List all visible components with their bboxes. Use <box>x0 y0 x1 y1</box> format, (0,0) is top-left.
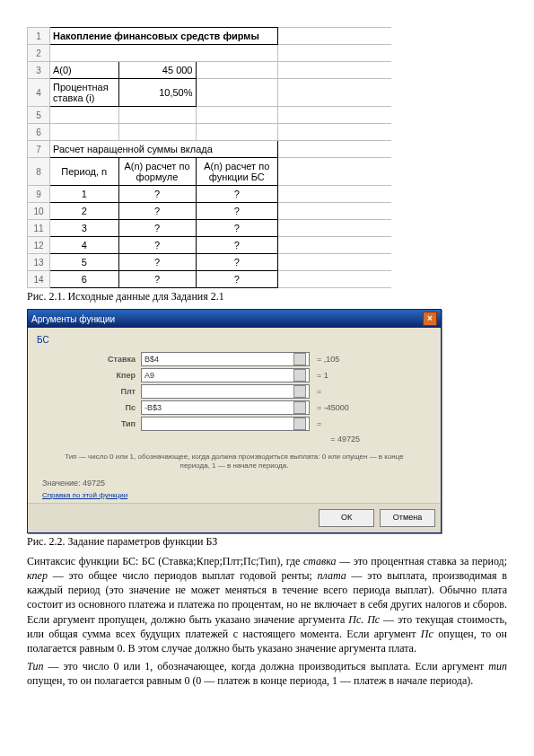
arg-row: Тип= <box>37 417 432 431</box>
range-picker-icon[interactable] <box>293 401 306 414</box>
rate-label: Процентная ставка (i) <box>50 79 119 107</box>
body-paragraph-2: Тип — это число 0 или 1, обозначающее, к… <box>27 659 507 688</box>
dialog-titlebar: Аргументы функции × <box>28 310 441 328</box>
cell-period: 4 <box>50 237 119 254</box>
cell-period: 5 <box>50 254 119 271</box>
cell-bs: ? <box>196 220 278 237</box>
row-number: 12 <box>28 237 50 254</box>
arg-label: Плт <box>37 387 141 396</box>
cell-period: 1 <box>50 186 119 203</box>
dialog-result-line: Значение: 49725 <box>37 477 432 488</box>
cell-bs: ? <box>196 186 278 203</box>
dialog-result-eq: = 49725 <box>37 435 432 444</box>
arg-input[interactable]: A9 <box>141 368 310 382</box>
cell-formula: ? <box>118 254 196 271</box>
arg-row: КперA9= 1 <box>37 368 432 382</box>
hdr-bs: A(n) расчет по функции БС <box>196 158 278 186</box>
close-icon[interactable]: × <box>423 312 437 326</box>
dialog-title: Аргументы функции <box>31 314 115 324</box>
row-number: 14 <box>28 271 50 288</box>
arg-input[interactable] <box>141 417 310 431</box>
body-paragraph-1: Синтаксис функции БС: БС (Ставка;Кпер;Пл… <box>27 554 507 655</box>
hdr-period: Период, n <box>50 158 119 186</box>
arg-result: = 1 <box>317 371 328 380</box>
ok-button[interactable]: ОК <box>319 509 374 527</box>
arg-label: Тип <box>37 419 141 428</box>
row-number: 11 <box>28 220 50 237</box>
cell-period: 2 <box>50 203 119 220</box>
arg-result: = <box>317 419 321 428</box>
cancel-button[interactable]: Отмена <box>380 509 435 527</box>
range-picker-icon[interactable] <box>293 385 306 398</box>
row-number: 9 <box>28 186 50 203</box>
figure-caption-1: Рис. 2.1. Исходные данные для Задания 2.… <box>27 290 507 303</box>
arg-label: Ставка <box>37 355 141 364</box>
range-picker-icon[interactable] <box>293 418 306 430</box>
arg-input[interactable]: -B$3 <box>141 400 310 415</box>
arg-row: Пс-B$3= -45000 <box>37 400 432 415</box>
cell-bs: ? <box>196 271 278 288</box>
dialog-tip: Тип — число 0 или 1, обозначающее, когда… <box>64 453 405 471</box>
function-args-dialog: Аргументы функции × БС СтавкаB$4= ,105Кп… <box>27 309 442 533</box>
arg-input[interactable]: B$4 <box>141 352 310 366</box>
cell-period: 3 <box>50 220 119 237</box>
range-picker-icon[interactable] <box>293 369 306 382</box>
cell-formula: ? <box>118 237 196 254</box>
hdr-formula: A(n) расчет по формуле <box>118 158 196 186</box>
a0-label: A(0) <box>50 62 119 79</box>
spreadsheet: 1 Накопление финансовых средств фирмы 2 … <box>27 27 391 288</box>
row-number: 13 <box>28 254 50 271</box>
row-number: 10 <box>28 203 50 220</box>
arg-row: Плт= <box>37 384 432 399</box>
cell-period: 6 <box>50 271 119 288</box>
arg-label: Пс <box>37 403 141 412</box>
cell-formula: ? <box>118 271 196 288</box>
help-link[interactable]: Справка по этой функции <box>37 488 432 499</box>
a0-value: 45 000 <box>118 62 196 79</box>
cell-formula: ? <box>118 186 196 203</box>
arg-result: = <box>317 387 321 396</box>
figure-caption-2: Рис. 2.2. Задание параметров функции БЗ <box>27 535 507 549</box>
cell-bs: ? <box>196 203 278 220</box>
calc-title: Расчет наращенной суммы вклада <box>50 141 278 158</box>
cell-formula: ? <box>118 220 196 237</box>
sheet-title: Накопление финансовых средств фирмы <box>50 28 278 45</box>
arg-input[interactable] <box>141 384 310 399</box>
row-number: 1 <box>28 28 50 45</box>
arg-label: Кпер <box>37 371 141 380</box>
function-name: БС <box>37 335 49 345</box>
rate-value: 10,50% <box>118 79 196 107</box>
arg-result: = ,105 <box>317 355 339 364</box>
arg-row: СтавкаB$4= ,105 <box>37 352 432 366</box>
cell-formula: ? <box>118 203 196 220</box>
arg-result: = -45000 <box>317 403 349 412</box>
range-picker-icon[interactable] <box>293 353 306 365</box>
cell-bs: ? <box>196 254 278 271</box>
cell-bs: ? <box>196 237 278 254</box>
